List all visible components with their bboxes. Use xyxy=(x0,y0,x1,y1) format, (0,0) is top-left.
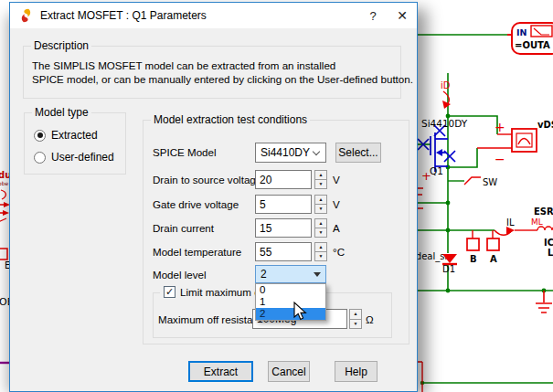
spin-up-button[interactable]: ▲ xyxy=(314,218,327,228)
vds-minus-sign: − xyxy=(495,152,505,166)
wire xyxy=(448,148,477,167)
probe-a-label: A xyxy=(490,254,497,264)
spin-up-button[interactable]: ▲ xyxy=(349,309,362,320)
sw-switch-hook xyxy=(464,177,481,185)
radio-extracted-circle[interactable] xyxy=(34,130,46,142)
description-group: Description The SIMPLIS MOSFET model can… xyxy=(23,46,401,99)
mosfet-model-label: Si4410DY xyxy=(421,118,468,129)
model-temperature-unit: °C xyxy=(333,246,345,258)
spice-model-value: Si4410DY xyxy=(261,146,310,159)
description-line-2: SPICE model, or can be manually entered … xyxy=(32,73,413,85)
conditions-group: Model extraction test conditions SPICE M… xyxy=(143,120,409,344)
drain-source-voltage-row: Drain to source voltage ▲ ▼ V xyxy=(144,170,409,190)
probe-stubs xyxy=(473,230,493,238)
spin-up-button[interactable]: ▲ xyxy=(314,242,327,252)
max-off-resistance-unit: Ω xyxy=(366,313,374,325)
model-temperature-spinner[interactable]: ▲ ▼ xyxy=(314,242,327,261)
max-off-resistance-spinner[interactable]: ▲ ▼ xyxy=(349,309,362,329)
id-probe-label: iD xyxy=(441,80,451,90)
spin-down-button[interactable]: ▼ xyxy=(314,205,327,214)
left-box-fragment xyxy=(0,249,7,260)
model-temperature-label: Model temperature xyxy=(153,246,241,258)
cancel-button[interactable]: Cancel xyxy=(268,361,310,382)
block-in-label: IN xyxy=(516,27,527,37)
dropdown-option-2[interactable]: 2 xyxy=(256,308,325,320)
esr-label: ESR= xyxy=(534,207,553,217)
edge-source-fragment xyxy=(417,188,423,208)
model-type-group-label: Model type xyxy=(32,106,91,119)
checkbox-checked-icon[interactable]: ✓ xyxy=(164,286,175,298)
extract-mosfet-dialog: Extract MOSFET : Q1 Parameters ? ✕ Descr… xyxy=(9,2,418,392)
model-level-value: 2 xyxy=(261,268,267,281)
left-arrow-diag xyxy=(0,218,6,222)
left-arrowhead xyxy=(3,210,9,216)
extract-button[interactable]: Extract xyxy=(188,361,253,382)
screenshot-root: IN =OUTA iD + − vDS xyxy=(0,0,553,392)
probe-a-box xyxy=(487,238,499,250)
drain-source-voltage-label: Drain to source voltage xyxy=(153,174,261,185)
sw-label: SW xyxy=(483,177,497,187)
spin-down-button[interactable]: ▼ xyxy=(314,180,327,189)
gate-drive-voltage-input[interactable] xyxy=(255,195,312,214)
drain-source-voltage-input[interactable] xyxy=(255,170,312,189)
mosfet-ref-label: Q1 xyxy=(430,165,443,176)
ground-icon xyxy=(536,303,552,313)
dropdown-option-1[interactable]: 1 xyxy=(256,296,325,308)
spin-down-button[interactable]: ▼ xyxy=(349,320,362,330)
help-button[interactable]: Help xyxy=(335,361,378,382)
description-line-1: The SIMPLIS MOSFET model can be extracte… xyxy=(32,59,335,71)
spin-down-button[interactable]: ▼ xyxy=(314,228,327,238)
model-level-dropdown-list: 0 1 2 xyxy=(255,283,326,321)
diode-ref-label: D1 xyxy=(442,264,455,274)
model-temperature-input[interactable] xyxy=(255,242,312,261)
probe-b-label: B xyxy=(470,254,477,264)
drain-source-voltage-unit: V xyxy=(333,174,340,185)
mosfet-arrow xyxy=(436,149,442,156)
close-button[interactable]: ✕ xyxy=(388,3,417,28)
diode-model-label: ideal_sr xyxy=(413,251,449,262)
vds-label: vDS xyxy=(537,120,553,130)
spin-up-button[interactable]: ▲ xyxy=(314,195,327,205)
spice-model-row: SPICE Model Si4410DY Select... xyxy=(144,143,409,163)
radio-user-defined-circle[interactable] xyxy=(34,152,46,164)
drain-current-row: Drain current ▲ ▼ A xyxy=(144,218,409,238)
ml-label: ML xyxy=(531,217,543,227)
inductor-coil xyxy=(537,227,553,230)
model-type-group: Model type Extracted User-defined xyxy=(24,112,126,175)
spin-down-button[interactable]: ▼ xyxy=(314,252,327,261)
radio-extracted[interactable]: Extracted xyxy=(34,129,98,142)
select-button[interactable]: Select... xyxy=(335,143,381,163)
l-label: L xyxy=(548,248,553,258)
gate-drive-voltage-spinner[interactable]: ▲ ▼ xyxy=(314,195,327,214)
drain-source-voltage-spinner[interactable]: ▲ ▼ xyxy=(314,170,327,189)
vds-plus-sign: + xyxy=(495,120,505,134)
filter-curve-icon xyxy=(534,28,549,35)
spin-up-button[interactable]: ▲ xyxy=(314,170,327,180)
model-level-combobox[interactable]: 2 xyxy=(255,265,326,283)
dropdown-option-0[interactable]: 0 xyxy=(256,284,325,296)
drain-current-spinner[interactable]: ▲ ▼ xyxy=(314,218,327,238)
radio-user-defined-label: User-defined xyxy=(51,151,114,164)
probe-b-box xyxy=(467,238,479,250)
edge-plus-sign: + xyxy=(421,169,431,183)
radio-user-defined[interactable]: User-defined xyxy=(34,151,114,164)
chevron-down-icon xyxy=(313,148,320,155)
gate-drive-voltage-label: Gate drive voltage xyxy=(153,198,239,210)
model-level-label: Model level xyxy=(153,269,207,281)
drain-current-unit: A xyxy=(333,222,340,234)
dropdown-arrow-icon xyxy=(314,272,321,277)
vds-probe-box xyxy=(512,129,537,152)
dialog-titlebar[interactable]: Extract MOSFET : Q1 Parameters ? ✕ xyxy=(10,3,417,28)
gate-drive-voltage-unit: V xyxy=(333,198,340,210)
description-group-label: Description xyxy=(31,39,91,52)
ic-label: IC xyxy=(544,238,553,248)
help-titlebar-button[interactable]: ? xyxy=(358,3,388,28)
left-text-fragment-small: obe xyxy=(0,180,8,186)
radio-extracted-label: Extracted xyxy=(51,129,98,142)
dialog-title: Extract MOSFET : Q1 Parameters xyxy=(40,9,207,22)
il-label: IL xyxy=(506,217,515,228)
simplis-flame-icon xyxy=(19,8,33,23)
spice-model-combobox[interactable]: Si4410DY xyxy=(255,143,326,163)
drain-current-input[interactable] xyxy=(255,218,312,238)
model-temperature-row: Model temperature ▲ ▼ °C xyxy=(144,242,409,262)
